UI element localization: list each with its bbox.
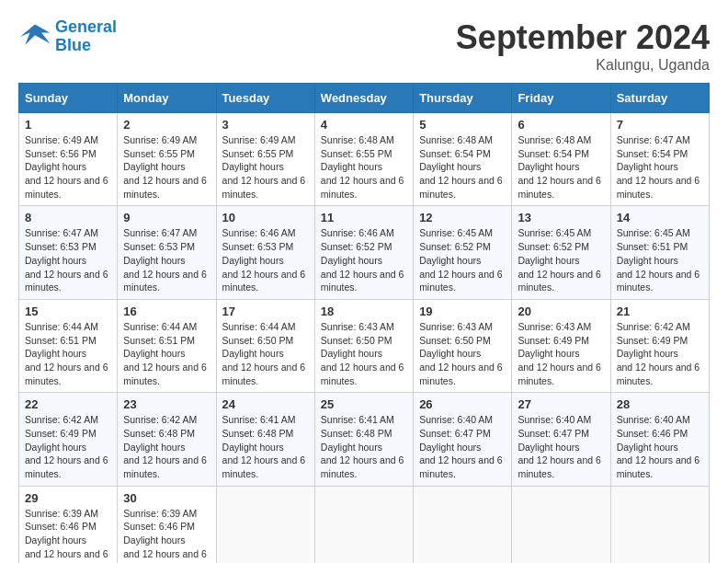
day-info: Sunrise: 6:42 AM Sunset: 6:49 PM Dayligh… [617,320,703,387]
logo-text: General Blue [55,18,117,55]
calendar-day-cell: 3 Sunrise: 6:49 AM Sunset: 6:55 PM Dayli… [216,113,314,206]
calendar-day-cell: 20 Sunrise: 6:43 AM Sunset: 6:49 PM Dayl… [512,299,610,392]
weekday-header-row: SundayMondayTuesdayWednesdayThursdayFrid… [19,84,710,113]
page-header: General Blue September 2024 Kalungu, Uga… [18,18,710,74]
calendar-day-cell: 21 Sunrise: 6:42 AM Sunset: 6:49 PM Dayl… [610,299,709,392]
calendar-day-cell: 15 Sunrise: 6:44 AM Sunset: 6:51 PM Dayl… [19,299,118,392]
calendar-week-row: 15 Sunrise: 6:44 AM Sunset: 6:51 PM Dayl… [19,299,710,392]
calendar-day-cell: 12 Sunrise: 6:45 AM Sunset: 6:52 PM Dayl… [414,206,512,299]
day-info: Sunrise: 6:42 AM Sunset: 6:48 PM Dayligh… [123,413,210,480]
day-number: 17 [222,304,309,318]
day-info: Sunrise: 6:39 AM Sunset: 6:46 PM Dayligh… [123,507,210,563]
calendar-day-cell: 2 Sunrise: 6:49 AM Sunset: 6:55 PM Dayli… [118,113,216,206]
calendar-week-row: 8 Sunrise: 6:47 AM Sunset: 6:53 PM Dayli… [19,206,710,299]
day-info: Sunrise: 6:40 AM Sunset: 6:47 PM Dayligh… [518,413,604,480]
day-info: Sunrise: 6:41 AM Sunset: 6:48 PM Dayligh… [321,413,407,480]
month-title: September 2024 [456,18,710,57]
day-number: 25 [321,397,407,411]
day-number: 18 [321,304,407,318]
day-info: Sunrise: 6:40 AM Sunset: 6:47 PM Dayligh… [419,413,506,480]
calendar-day-cell: 7 Sunrise: 6:47 AM Sunset: 6:54 PM Dayli… [610,113,709,206]
calendar-day-cell: 1 Sunrise: 6:49 AM Sunset: 6:56 PM Dayli… [19,113,118,206]
calendar-day-cell: 6 Sunrise: 6:48 AM Sunset: 6:54 PM Dayli… [512,113,610,206]
day-number: 23 [123,397,210,411]
day-info: Sunrise: 6:43 AM Sunset: 6:50 PM Dayligh… [419,320,506,387]
day-number: 4 [321,118,407,132]
day-number: 30 [123,491,210,505]
day-info: Sunrise: 6:43 AM Sunset: 6:50 PM Dayligh… [321,320,407,387]
day-info: Sunrise: 6:43 AM Sunset: 6:49 PM Dayligh… [518,320,604,387]
day-info: Sunrise: 6:39 AM Sunset: 6:46 PM Dayligh… [25,507,111,563]
calendar-day-cell: 17 Sunrise: 6:44 AM Sunset: 6:50 PM Dayl… [216,299,314,392]
calendar-day-cell [512,486,610,563]
location-label: Kalungu, Uganda [456,57,710,74]
calendar-day-cell: 5 Sunrise: 6:48 AM Sunset: 6:54 PM Dayli… [414,113,512,206]
weekday-header-cell: Monday [118,84,216,113]
day-number: 27 [518,397,604,411]
calendar-day-cell: 25 Sunrise: 6:41 AM Sunset: 6:48 PM Dayl… [314,393,413,486]
calendar-day-cell: 9 Sunrise: 6:47 AM Sunset: 6:53 PM Dayli… [118,206,216,299]
day-number: 9 [123,211,210,224]
day-number: 22 [25,397,111,411]
day-info: Sunrise: 6:45 AM Sunset: 6:52 PM Dayligh… [419,226,506,293]
title-block: September 2024 Kalungu, Uganda [456,18,710,74]
day-number: 12 [419,211,506,224]
day-number: 14 [617,211,703,224]
day-number: 15 [25,304,111,318]
day-info: Sunrise: 6:48 AM Sunset: 6:54 PM Dayligh… [419,133,506,201]
weekday-header-cell: Wednesday [314,84,413,113]
calendar-table: SundayMondayTuesdayWednesdayThursdayFrid… [18,83,710,563]
calendar-day-cell: 22 Sunrise: 6:42 AM Sunset: 6:49 PM Dayl… [19,393,118,486]
calendar-day-cell: 30 Sunrise: 6:39 AM Sunset: 6:46 PM Dayl… [118,486,216,563]
day-number: 3 [222,118,309,132]
svg-marker-0 [20,24,50,45]
day-info: Sunrise: 6:48 AM Sunset: 6:54 PM Dayligh… [518,133,604,201]
day-number: 10 [222,211,309,224]
day-info: Sunrise: 6:47 AM Sunset: 6:53 PM Dayligh… [25,226,111,293]
day-info: Sunrise: 6:41 AM Sunset: 6:48 PM Dayligh… [222,413,309,480]
calendar-day-cell: 18 Sunrise: 6:43 AM Sunset: 6:50 PM Dayl… [314,299,413,392]
day-number: 8 [25,211,111,224]
day-number: 13 [518,211,604,224]
calendar-day-cell: 23 Sunrise: 6:42 AM Sunset: 6:48 PM Dayl… [118,393,216,486]
day-info: Sunrise: 6:48 AM Sunset: 6:55 PM Dayligh… [321,133,407,201]
calendar-day-cell [314,486,413,563]
day-number: 5 [419,118,506,132]
calendar-day-cell [414,486,512,563]
day-info: Sunrise: 6:46 AM Sunset: 6:53 PM Dayligh… [222,226,309,293]
day-number: 2 [123,118,210,132]
day-info: Sunrise: 6:49 AM Sunset: 6:55 PM Dayligh… [222,133,309,201]
day-number: 19 [419,304,506,318]
day-number: 24 [222,397,309,411]
calendar-week-row: 22 Sunrise: 6:42 AM Sunset: 6:49 PM Dayl… [19,393,710,486]
day-info: Sunrise: 6:47 AM Sunset: 6:54 PM Dayligh… [617,133,703,201]
day-number: 11 [321,211,407,224]
day-number: 26 [419,397,506,411]
calendar-day-cell: 10 Sunrise: 6:46 AM Sunset: 6:53 PM Dayl… [216,206,314,299]
calendar-day-cell: 29 Sunrise: 6:39 AM Sunset: 6:46 PM Dayl… [19,486,118,563]
calendar-day-cell: 24 Sunrise: 6:41 AM Sunset: 6:48 PM Dayl… [216,393,314,486]
weekday-header-cell: Tuesday [216,84,314,113]
day-number: 6 [518,118,604,132]
day-number: 7 [617,118,703,132]
day-info: Sunrise: 6:47 AM Sunset: 6:53 PM Dayligh… [123,226,210,293]
day-info: Sunrise: 6:40 AM Sunset: 6:46 PM Dayligh… [617,413,703,480]
calendar-day-cell: 28 Sunrise: 6:40 AM Sunset: 6:46 PM Dayl… [610,393,709,486]
calendar-day-cell [216,486,314,563]
calendar-day-cell: 8 Sunrise: 6:47 AM Sunset: 6:53 PM Dayli… [19,206,118,299]
day-info: Sunrise: 6:45 AM Sunset: 6:51 PM Dayligh… [617,226,703,293]
day-number: 16 [123,304,210,318]
day-info: Sunrise: 6:42 AM Sunset: 6:49 PM Dayligh… [25,413,111,480]
day-info: Sunrise: 6:49 AM Sunset: 6:55 PM Dayligh… [123,133,210,201]
day-info: Sunrise: 6:44 AM Sunset: 6:51 PM Dayligh… [123,320,210,387]
calendar-day-cell: 13 Sunrise: 6:45 AM Sunset: 6:52 PM Dayl… [512,206,610,299]
weekday-header-cell: Sunday [19,84,118,113]
day-info: Sunrise: 6:44 AM Sunset: 6:51 PM Dayligh… [25,320,111,387]
day-number: 1 [25,118,111,132]
calendar-day-cell: 26 Sunrise: 6:40 AM Sunset: 6:47 PM Dayl… [414,393,512,486]
calendar-week-row: 29 Sunrise: 6:39 AM Sunset: 6:46 PM Dayl… [19,486,710,563]
day-number: 29 [25,491,111,505]
day-info: Sunrise: 6:45 AM Sunset: 6:52 PM Dayligh… [518,226,604,293]
day-info: Sunrise: 6:46 AM Sunset: 6:52 PM Dayligh… [321,226,407,293]
calendar-day-cell: 16 Sunrise: 6:44 AM Sunset: 6:51 PM Dayl… [118,299,216,392]
